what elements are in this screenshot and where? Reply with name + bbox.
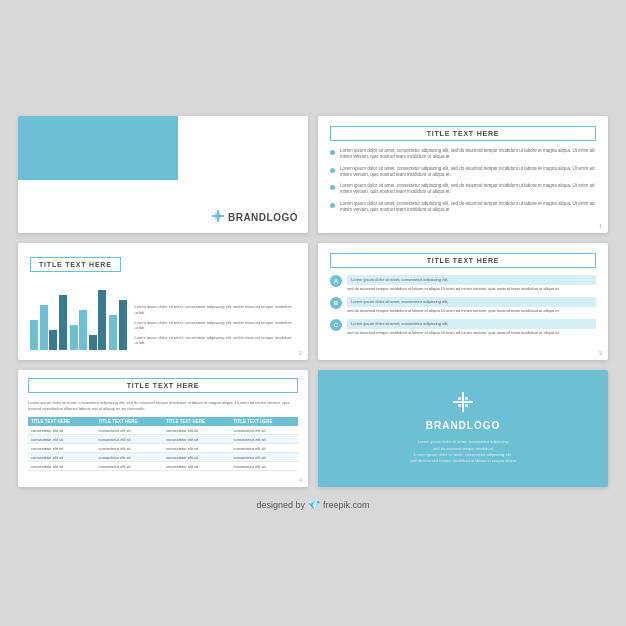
blue-rectangle xyxy=(18,116,178,180)
brand-back-text: BRANDLOGO xyxy=(426,420,501,431)
svg-rect-9 xyxy=(465,397,468,400)
svg-rect-5 xyxy=(219,217,221,219)
bullet-text-1: Lorem ipsum dolor sit amet, consectetur … xyxy=(340,148,596,161)
brand-logo-text: BRANDLOGO xyxy=(228,212,298,223)
cell: consectetur elit sit xyxy=(28,444,96,453)
bullet-text-2: Lorem ipsum dolor sit amet, consectetur … xyxy=(340,166,596,179)
cell: consectetur elit sit xyxy=(96,435,164,444)
abc-body-a: sed do eiusmod tempor incididunt ut labo… xyxy=(347,286,596,292)
slide-bar-chart: TITLE TEXT HERE xyxy=(18,243,308,360)
bar-group-3 xyxy=(109,300,127,350)
abc-body-b: sed do eiusmod tempor incididunt ut labo… xyxy=(347,308,596,314)
abc-text-b: Lorem ipsum dolor sit amet, consectetur … xyxy=(347,297,596,314)
bullet-dot xyxy=(330,185,335,190)
table-description: Lorem ipsum dolor sit amet, consectetur … xyxy=(28,400,298,411)
bullet-text-4: Lorem ipsum dolor sit amet, consectetur … xyxy=(340,201,596,214)
slide-brand-cover: BRANDLOGO xyxy=(18,116,308,233)
freepik-site: freepik.com xyxy=(323,500,370,510)
cell: consectetur elit sit xyxy=(163,462,231,471)
bar-chart-area xyxy=(30,285,127,350)
cell: consectetur elit sit xyxy=(96,453,164,462)
cell: consectetur elit sit xyxy=(231,462,299,471)
svg-rect-7 xyxy=(453,401,473,403)
bar xyxy=(109,315,117,350)
slide-5-title: TITLE TEXT HERE xyxy=(28,378,298,393)
svg-rect-11 xyxy=(465,404,468,407)
cell: consectetur elit sit xyxy=(28,453,96,462)
col-header-2: TITLE TEXT HERE xyxy=(96,417,164,426)
brand-cross-icon xyxy=(212,210,224,225)
table-row: consectetur elit sit consectetur elit si… xyxy=(28,444,298,453)
bullet-dot xyxy=(330,203,335,208)
cell: consectetur elit sit xyxy=(28,426,96,435)
bar-dark xyxy=(59,295,67,350)
table-body: consectetur elit sit consectetur elit si… xyxy=(28,426,298,471)
abc-body-c: sed do eiusmod tempor incididunt ut labo… xyxy=(347,330,596,336)
slide-bullet-list: TITLE TEXT HERE Lorem ipsum dolor sit am… xyxy=(318,116,608,233)
abc-item-c: C Lorem ipsum dolor sit amet, consectetu… xyxy=(330,319,596,336)
abc-text-a: Lorem ipsum dolor sit amet, consectetur … xyxy=(347,275,596,292)
bar-dark xyxy=(98,290,106,350)
badge-c: C xyxy=(330,319,342,331)
bar xyxy=(70,325,78,350)
cell: consectetur elit sit xyxy=(231,453,299,462)
svg-rect-2 xyxy=(215,213,217,215)
cell: consectetur elit sit xyxy=(96,444,164,453)
badge-b: B xyxy=(330,297,342,309)
chart-text-area: Lorem ipsum dolor sit amet, consectetur … xyxy=(127,304,297,350)
bullet-item-2: Lorem ipsum dolor sit amet, consectetur … xyxy=(330,166,596,179)
bar xyxy=(79,310,87,350)
abc-highlight-b: Lorem ipsum dolor sit amet, consectetur … xyxy=(347,297,596,307)
chart-content: Lorem ipsum dolor sit amet, consectetur … xyxy=(30,280,296,350)
cell: consectetur elit sit xyxy=(28,435,96,444)
bar-dark xyxy=(49,330,57,350)
freepik-logo-icon: 💎 xyxy=(308,499,320,510)
cell: consectetur elit sit xyxy=(163,435,231,444)
table-row: consectetur elit sit consectetur elit si… xyxy=(28,435,298,444)
abc-list: A Lorem ipsum dolor sit amet, consectetu… xyxy=(330,275,596,336)
slide-table: TITLE TEXT HERE Lorem ipsum dolor sit am… xyxy=(18,370,308,487)
slide-number-3: 3 xyxy=(599,350,602,356)
slide-4-title: TITLE TEXT HERE xyxy=(330,253,596,268)
cell: consectetur elit sit xyxy=(96,462,164,471)
chart-text-1: Lorem ipsum dolor sit amet, consectetur … xyxy=(135,304,297,315)
abc-item-a: A Lorem ipsum dolor sit amet, consectetu… xyxy=(330,275,596,292)
bar xyxy=(30,320,38,350)
bullet-list: Lorem ipsum dolor sit amet, consectetur … xyxy=(330,148,596,213)
abc-highlight-a: Lorem ipsum dolor sit amet, consectetur … xyxy=(347,275,596,285)
abc-highlight-c: Lorem ipsum dolor sit amet, consectetur … xyxy=(347,319,596,329)
table-row: consectetur elit sit consectetur elit si… xyxy=(28,462,298,471)
cell: consectetur elit sit xyxy=(96,426,164,435)
cell: consectetur elit sit xyxy=(163,453,231,462)
slide-number-4: 4 xyxy=(299,477,302,483)
bullet-dot xyxy=(330,150,335,155)
table-row: consectetur elit sit consectetur elit si… xyxy=(28,426,298,435)
cell: consectetur elit sit xyxy=(28,462,96,471)
bar-dark xyxy=(119,300,127,350)
slide-2-title: TITLE TEXT HERE xyxy=(330,126,596,141)
chart-text-2: Lorem ipsum dolor sit amet, consectetur … xyxy=(135,320,297,331)
col-header-3: TITLE TEXT HERE xyxy=(163,417,231,426)
chart-text-3: Lorem ipsum dolor sit amet, consectetur … xyxy=(135,335,297,346)
slides-grid: BRANDLOGO TITLE TEXT HERE Lorem ipsum do… xyxy=(18,116,608,487)
bar-dark xyxy=(89,335,97,350)
bar xyxy=(40,305,48,350)
bullet-item-1: Lorem ipsum dolor sit amet, consectetur … xyxy=(330,148,596,161)
svg-rect-10 xyxy=(458,404,461,407)
footer-credit: designed by 💎 freepik.com xyxy=(256,499,369,510)
brand-back-icon xyxy=(453,392,473,416)
cell: consectetur elit sit xyxy=(231,444,299,453)
bar-group-1 xyxy=(30,295,67,350)
data-table: TITLE TEXT HERE TITLE TEXT HERE TITLE TE… xyxy=(28,417,298,471)
table-header: TITLE TEXT HERE TITLE TEXT HERE TITLE TE… xyxy=(28,417,298,426)
svg-rect-4 xyxy=(215,217,217,219)
abc-text-c: Lorem ipsum dolor sit amet, consectetur … xyxy=(347,319,596,336)
cell: consectetur elit sit xyxy=(231,426,299,435)
bullet-text-3: Lorem ipsum dolor sit amet, consectetur … xyxy=(340,183,596,196)
abc-item-b: B Lorem ipsum dolor sit amet, consectetu… xyxy=(330,297,596,314)
cell: consectetur elit sit xyxy=(231,435,299,444)
slide-brand-back: BRANDLOGO Lorem ipsum dolor sit amet, co… xyxy=(318,370,608,487)
header-row: TITLE TEXT HERE TITLE TEXT HERE TITLE TE… xyxy=(28,417,298,426)
slide-abc-list: TITLE TEXT HERE A Lorem ipsum dolor sit … xyxy=(318,243,608,360)
bullet-dot xyxy=(330,168,335,173)
